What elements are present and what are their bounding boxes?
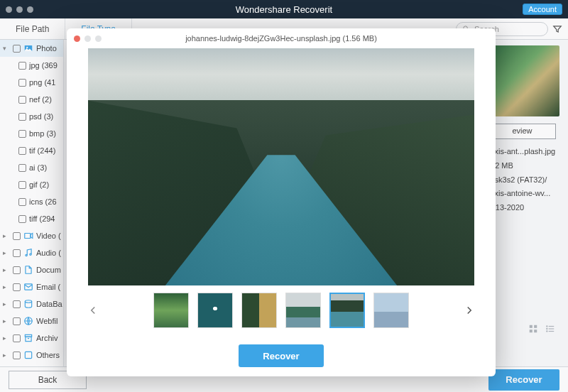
modal-close-icon[interactable]	[74, 36, 80, 42]
thumb-1[interactable]	[153, 293, 189, 328]
thumb-2[interactable]	[197, 293, 233, 328]
zoom-dot[interactable]	[27, 6, 33, 13]
account-button[interactable]: Account	[523, 4, 562, 15]
modal-minimize-icon[interactable]	[84, 36, 91, 42]
prev-arrow-icon[interactable]	[87, 304, 99, 317]
modal-recover-button[interactable]: Recover	[239, 344, 324, 367]
thumb-6[interactable]	[373, 293, 409, 328]
modal-zoom-icon[interactable]	[95, 36, 102, 42]
thumb-5[interactable]	[329, 293, 365, 328]
app-title: Wondershare Recoverit	[236, 4, 332, 15]
titlebar: Wondershare Recoverit Account	[0, 0, 568, 18]
close-dot[interactable]	[6, 6, 12, 13]
thumb-4[interactable]	[285, 293, 321, 328]
thumbnail-strip	[67, 285, 496, 335]
preview-modal: johannes-ludwig-8dejZGw3Hec-unsplash.jpg…	[67, 28, 496, 376]
modal-title: johannes-ludwig-8dejZGw3Hec-unsplash.jpg…	[67, 34, 496, 43]
minimize-dot[interactable]	[16, 6, 23, 13]
next-arrow-icon[interactable]	[463, 304, 476, 317]
preview-image	[88, 48, 474, 285]
thumb-3[interactable]	[241, 293, 277, 328]
window-controls	[6, 6, 33, 13]
